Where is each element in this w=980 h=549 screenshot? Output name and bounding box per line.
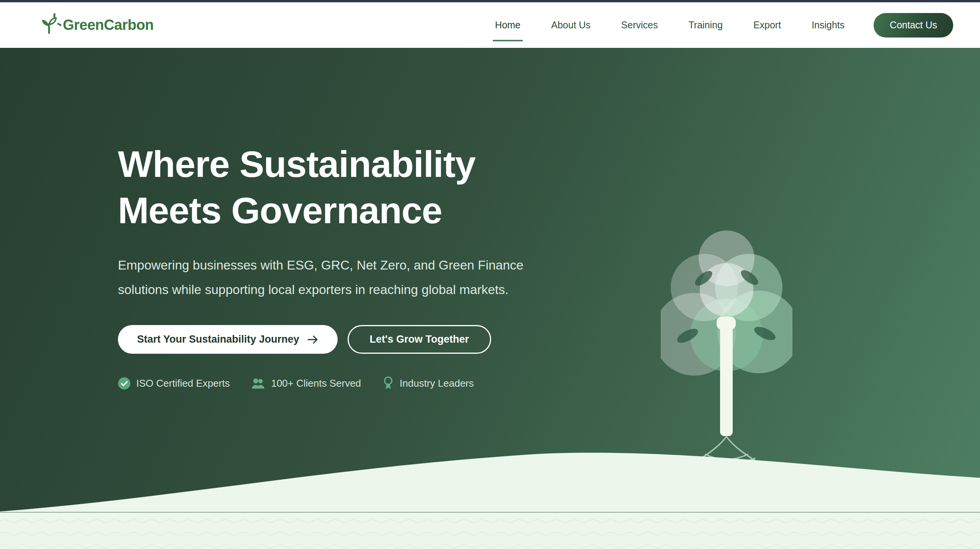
hero-section: Where Sustainability Meets Governance Em… — [0, 48, 980, 512]
badge-industry-leaders: Industry Leaders — [382, 376, 474, 391]
brand-logo[interactable]: GreenCarbon — [38, 13, 154, 37]
badge-label: Industry Leaders — [400, 377, 474, 389]
check-circle-icon — [118, 377, 131, 390]
brand-name: GreenCarbon — [63, 17, 154, 33]
badge-iso-certified: ISO Certified Experts — [118, 377, 230, 390]
grow-together-button[interactable]: Let's Grow Together — [348, 325, 491, 354]
hero-heading: Where Sustainability Meets Governance — [118, 141, 596, 234]
wave-pattern-texture — [0, 513, 980, 549]
hero-cta-row: Start Your Sustainability Journey Let's … — [118, 325, 596, 354]
start-journey-button[interactable]: Start Your Sustainability Journey — [118, 325, 338, 354]
nav-item-training[interactable]: Training — [688, 20, 722, 31]
users-icon — [251, 377, 265, 389]
sprout-logo-icon — [38, 13, 61, 37]
hero-heading-line2: Meets Governance — [118, 187, 596, 234]
main-nav: Home About Us Services Training Export I… — [495, 20, 844, 31]
badge-label: 100+ Clients Served — [271, 377, 361, 389]
nav-item-insights[interactable]: Insights — [812, 20, 844, 31]
nav-item-export[interactable]: Export — [753, 20, 781, 31]
badge-label: ISO Certified Experts — [136, 377, 230, 389]
contact-us-button[interactable]: Contact Us — [874, 13, 953, 38]
start-journey-label: Start Your Sustainability Journey — [137, 333, 299, 345]
hero-paragraph: Empowering businesses with ESG, GRC, Net… — [118, 253, 556, 302]
award-icon — [382, 376, 394, 391]
badge-clients-served: 100+ Clients Served — [251, 377, 361, 389]
nav-item-services[interactable]: Services — [621, 20, 658, 31]
nav-item-home[interactable]: Home — [495, 20, 521, 31]
nav-item-about-us[interactable]: About Us — [551, 20, 591, 31]
hero-content: Where Sustainability Meets Governance Em… — [118, 48, 596, 391]
wave-divider — [0, 437, 980, 512]
trust-badges: ISO Certified Experts 100+ Clients Serve… — [118, 376, 596, 391]
hero-heading-line1: Where Sustainability — [118, 141, 596, 187]
next-section-strip — [0, 512, 980, 549]
navbar: GreenCarbon Home About Us Services Train… — [0, 2, 980, 48]
tree-illustration — [661, 220, 792, 469]
arrow-right-icon — [307, 335, 318, 344]
